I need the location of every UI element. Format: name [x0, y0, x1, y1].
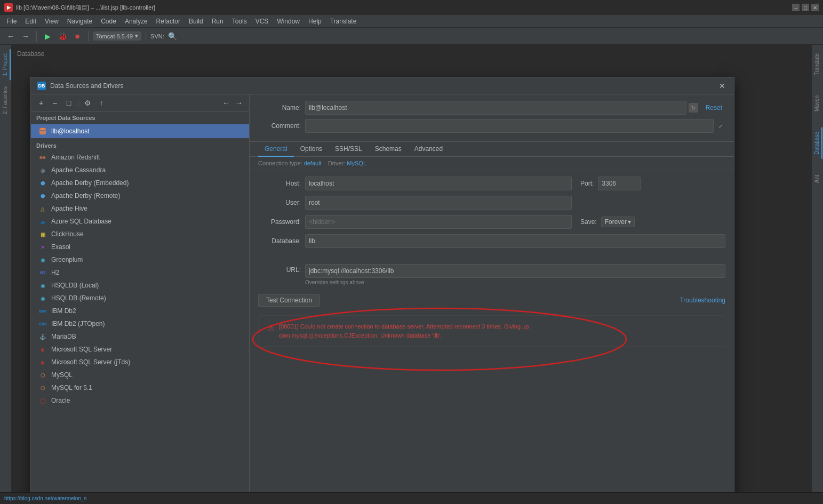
- oracle-icon: ◯: [38, 396, 47, 405]
- run-button[interactable]: ▶: [41, 30, 54, 43]
- menu-help[interactable]: Help: [304, 17, 326, 26]
- tab-schemas[interactable]: Schemas: [369, 142, 408, 157]
- driver-item-mariadb[interactable]: ⚓ MariaDB: [31, 330, 249, 343]
- database-input[interactable]: [305, 234, 725, 248]
- azure-icon: ☁: [38, 217, 47, 226]
- hive-icon: △: [38, 204, 47, 213]
- mssql-jtds-icon: ◈: [38, 358, 47, 366]
- host-input[interactable]: [305, 177, 572, 190]
- url-input[interactable]: [305, 264, 725, 278]
- password-input[interactable]: [305, 215, 572, 229]
- nav-back-button[interactable]: ←: [220, 97, 232, 109]
- test-connection-button[interactable]: Test Connection: [258, 294, 320, 307]
- sidebar-item-favorites[interactable]: 2: Favorites: [1, 82, 11, 118]
- url-inner: URL: Overrides settings above: [258, 264, 725, 285]
- comment-row: Comment: ⤢: [258, 119, 725, 133]
- driver-label-mssql-jtds: Microsoft SQL Server (jTds): [51, 358, 130, 366]
- back-button[interactable]: ←: [4, 30, 17, 43]
- tomcat-label: Tomcat 8.5.49: [96, 33, 133, 39]
- menu-tools[interactable]: Tools: [228, 17, 251, 26]
- close-button[interactable]: ✕: [811, 4, 819, 11]
- menu-code[interactable]: Code: [97, 17, 121, 26]
- menu-build[interactable]: Build: [185, 17, 207, 26]
- driver-item-exasol[interactable]: ✕ Exasol: [31, 241, 249, 253]
- menu-navigate[interactable]: Navigate: [63, 17, 97, 26]
- dialog-title: DB Data Sources and Drivers: [37, 82, 123, 90]
- reset-button[interactable]: Reset: [702, 103, 725, 113]
- translate-tab[interactable]: Translate: [812, 49, 822, 79]
- menu-refactor[interactable]: Refactor: [152, 17, 185, 26]
- driver-item-ibm-db2[interactable]: IBM IBM Db2: [31, 305, 249, 317]
- driver-item-mssql-jtds[interactable]: ◈ Microsoft SQL Server (jTds): [31, 356, 249, 369]
- driver-item-ibm-db2-jtopen[interactable]: IBM IBM Db2 (JTOpen): [31, 317, 249, 330]
- driver-label-h2: H2: [51, 269, 59, 276]
- driver-item-mysql[interactable]: ⬡ MySQL: [31, 369, 249, 381]
- dialog-close-button[interactable]: ✕: [717, 81, 728, 91]
- troubleshoot-link[interactable]: Troubleshooting: [680, 297, 725, 304]
- maximize-button[interactable]: □: [802, 4, 809, 11]
- conn-type-value[interactable]: default: [304, 160, 322, 166]
- tab-general[interactable]: General: [258, 142, 294, 157]
- driver-item-derby-remote[interactable]: ⬟ Apache Derby (Remote): [31, 189, 249, 202]
- forward-button[interactable]: →: [19, 30, 32, 43]
- driver-item-redshift[interactable]: ≡≡ Amazon Redshift: [31, 151, 249, 164]
- tab-ssh-ssl[interactable]: SSH/SSL: [329, 142, 369, 157]
- remove-datasource-button[interactable]: –: [49, 97, 61, 109]
- right-side-strip: Translate Maven Database Ant: [811, 45, 823, 492]
- stop-button[interactable]: ■: [71, 30, 84, 43]
- expand-icon[interactable]: ⤢: [716, 121, 725, 131]
- menu-window[interactable]: Window: [273, 17, 304, 26]
- driver-item-azure[interactable]: ☁ Azure SQL Database: [31, 215, 249, 228]
- status-bar: https://blog.csdn.net/watermelon_s: [0, 492, 823, 504]
- sync-icon[interactable]: ↻: [689, 103, 698, 113]
- settings-button[interactable]: ⚙: [82, 97, 93, 109]
- sidebar-item-project[interactable]: 1: Project: [1, 49, 11, 80]
- menu-file[interactable]: File: [2, 17, 21, 26]
- driver-item-derby-embedded[interactable]: ⬟ Apache Derby (Embedded): [31, 177, 249, 189]
- ant-tab[interactable]: Ant: [812, 171, 822, 187]
- host-label: Host:: [258, 180, 301, 187]
- maven-tab[interactable]: Maven: [812, 91, 822, 116]
- driver-item-mysql51[interactable]: ⬡ MySQL for 5.1: [31, 381, 249, 394]
- svn-label: SVN:: [150, 33, 164, 39]
- database-tab[interactable]: Database: [812, 127, 822, 159]
- move-up-button[interactable]: ↑: [95, 97, 107, 109]
- menu-translate[interactable]: Translate: [326, 17, 361, 26]
- driver-label-mssql: Microsoft SQL Server: [51, 346, 112, 353]
- menu-view[interactable]: View: [41, 17, 63, 26]
- menu-analyze[interactable]: Analyze: [121, 17, 152, 26]
- menu-edit[interactable]: Edit: [21, 17, 41, 26]
- redshift-icon: ≡≡: [38, 153, 47, 162]
- driver-value[interactable]: MySQL: [347, 160, 366, 166]
- driver-item-h2[interactable]: H2 H2: [31, 266, 249, 279]
- add-datasource-button[interactable]: +: [35, 97, 47, 109]
- driver-item-hsqldb-remote[interactable]: ◉ HSQLDB (Remote): [31, 292, 249, 305]
- driver-item-mssql[interactable]: ◈ Microsoft SQL Server: [31, 343, 249, 356]
- save-dropdown[interactable]: Forever ▾: [601, 217, 635, 227]
- menu-run[interactable]: Run: [207, 17, 228, 26]
- driver-item-hsqldb-local[interactable]: ◉ HSQLDB (Local): [31, 279, 249, 292]
- tab-advanced[interactable]: Advanced: [408, 142, 449, 157]
- driver-item-oracle[interactable]: ◯ Oracle: [31, 394, 249, 407]
- left-panel: + – □ ⚙ ↑ ← → Project Data S: [31, 94, 250, 492]
- port-input[interactable]: [598, 177, 641, 190]
- driver-label-azure: Azure SQL Database: [51, 218, 111, 225]
- copy-datasource-button[interactable]: □: [63, 97, 75, 109]
- error-line2: com.mysql.cj.exceptions.CJException: Unk…: [279, 332, 442, 339]
- driver-item-cassandra[interactable]: ◎ Apache Cassandra: [31, 164, 249, 177]
- search-button[interactable]: 🔍: [166, 30, 179, 43]
- debug-button[interactable]: 🐞: [56, 30, 69, 43]
- driver-item-hive[interactable]: △ Apache Hive: [31, 202, 249, 215]
- minimize-button[interactable]: –: [792, 4, 800, 11]
- menu-vcs[interactable]: VCS: [251, 17, 273, 26]
- name-input[interactable]: [305, 101, 686, 115]
- tab-options[interactable]: Options: [294, 142, 329, 157]
- tomcat-dropdown[interactable]: Tomcat 8.5.49 ▾: [93, 31, 141, 41]
- driver-item-greenplum[interactable]: ◉ Greenplum: [31, 253, 249, 266]
- comment-input[interactable]: [305, 119, 714, 133]
- nav-forward-button[interactable]: →: [233, 97, 245, 109]
- status-url[interactable]: https://blog.csdn.net/watermelon_s: [4, 495, 87, 501]
- driver-item-clickhouse[interactable]: ▦ ClickHouse: [31, 228, 249, 241]
- user-input[interactable]: [305, 196, 572, 210]
- datasource-item-llb[interactable]: llb@localhost: [31, 124, 249, 138]
